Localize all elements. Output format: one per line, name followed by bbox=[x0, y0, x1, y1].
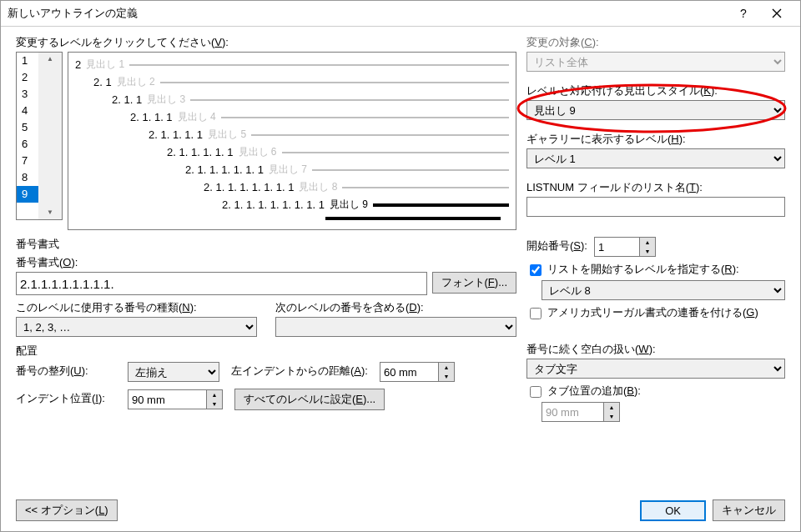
restart-list-after-label: リストを開始するレベルを指定する(R): bbox=[547, 262, 739, 277]
link-level-to-style-label: レベルと対応付ける見出しスタイル(K): bbox=[526, 83, 785, 98]
chevron-down-icon[interactable]: ▼ bbox=[640, 247, 655, 256]
options-button[interactable]: << オプション(L) bbox=[16, 499, 118, 521]
dialog-footer: << オプション(L) OK キャンセル bbox=[1, 489, 800, 531]
number-alignment-select[interactable]: 左揃え bbox=[128, 362, 219, 382]
start-at-input[interactable] bbox=[594, 237, 639, 257]
preview-row: 2. 1. 1. 1. 1. 1. 1. 1見出し 8 bbox=[204, 180, 509, 194]
number-alignment-label: 番号の整列(U): bbox=[16, 364, 116, 379]
restart-list-after-select[interactable]: レベル 8 bbox=[542, 280, 785, 300]
preview-line bbox=[312, 169, 509, 171]
preview-heading-label: 見出し 9 bbox=[330, 198, 368, 212]
link-level-to-style-select[interactable]: 見出し 9 bbox=[526, 100, 785, 120]
set-for-all-levels-button[interactable]: すべてのレベルに設定(E)... bbox=[234, 389, 385, 410]
chevron-up-icon: ▲ bbox=[43, 53, 57, 66]
preview-row: 2. 1見出し 2 bbox=[93, 75, 509, 89]
number-format-input[interactable] bbox=[16, 272, 427, 295]
preview-line bbox=[325, 217, 501, 220]
preview-number: 2 bbox=[75, 58, 81, 71]
preview-heading-label: 見出し 7 bbox=[269, 163, 307, 177]
position-section-label: 配置 bbox=[16, 344, 516, 359]
dialog-title: 新しいアウトラインの定義 bbox=[8, 6, 727, 21]
preview-heading-label: 見出し 5 bbox=[208, 128, 246, 142]
listnum-field-label: LISTNUM フィールドのリスト名(T): bbox=[526, 180, 785, 195]
preview-number: 2. 1. 1. 1. 1 bbox=[149, 128, 203, 141]
chevron-up-icon: ▲ bbox=[604, 403, 619, 412]
aligned-at-input[interactable] bbox=[380, 362, 438, 382]
add-tab-stop-checkbox[interactable] bbox=[530, 386, 542, 398]
gallery-level-label: ギャラリーに表示するレベル(H): bbox=[526, 132, 785, 147]
preview-heading-label: 見出し 3 bbox=[147, 93, 185, 107]
preview-number: 2. 1. 1 bbox=[112, 93, 142, 106]
tab-stop-spin: ▲▼ bbox=[542, 402, 785, 422]
preview-number: 2. 1. 1. 1. 1. 1. 1 bbox=[185, 163, 264, 176]
level-listbox[interactable]: 1 2 3 4 5 6 7 8 9 ▲ ▼ bbox=[16, 52, 63, 220]
indent-at-spin[interactable]: ▲▼ bbox=[128, 389, 223, 409]
close-button[interactable] bbox=[760, 2, 793, 25]
number-style-select[interactable]: 1, 2, 3, … bbox=[16, 317, 257, 337]
preview-line bbox=[282, 152, 509, 153]
chevron-down-icon[interactable]: ▼ bbox=[439, 372, 454, 381]
preview-heading-label: 見出し 2 bbox=[117, 75, 155, 89]
outline-preview: 2見出し 12. 1見出し 22. 1. 1見出し 32. 1. 1. 1見出し… bbox=[68, 52, 516, 230]
preview-line bbox=[221, 117, 509, 118]
level-list-scrollbar[interactable]: ▲ ▼ bbox=[38, 53, 62, 219]
chevron-down-icon: ▼ bbox=[43, 206, 57, 219]
legal-numbering-label: アメリカ式リーガル書式の連番を付ける(G) bbox=[547, 305, 758, 320]
preview-row: 2. 1. 1. 1見出し 4 bbox=[130, 110, 509, 124]
titlebar: 新しいアウトラインの定義 ? bbox=[1, 1, 800, 27]
preview-number: 2. 1. 1. 1. 1. 1. 1. 1. 1 bbox=[222, 198, 325, 211]
aligned-at-label: 左インデントからの距離(A): bbox=[231, 364, 368, 379]
preview-number: 2. 1. 1. 1 bbox=[130, 111, 173, 123]
preview-line bbox=[373, 203, 509, 207]
number-style-label: このレベルに使用する番号の種類(N): bbox=[16, 300, 257, 315]
number-format-section-label: 番号書式 bbox=[16, 237, 516, 252]
start-at-spin[interactable]: ▲▼ bbox=[594, 237, 656, 257]
chevron-up-icon[interactable]: ▲ bbox=[207, 390, 222, 399]
preview-row: 2. 1. 1. 1. 1. 1見出し 6 bbox=[167, 145, 509, 159]
aligned-at-spin[interactable]: ▲▼ bbox=[380, 362, 455, 382]
preview-heading-label: 見出し 1 bbox=[86, 58, 124, 72]
preview-line bbox=[342, 187, 509, 188]
indent-at-input[interactable] bbox=[128, 389, 206, 409]
chevron-down-icon: ▼ bbox=[604, 412, 619, 421]
include-level-select[interactable] bbox=[275, 317, 516, 337]
define-new-multilevel-list-dialog: 新しいアウトラインの定義 ? 変更するレベルをクリックしてください(V): 1 … bbox=[0, 0, 801, 532]
preview-row: 2. 1. 1. 1. 1. 1. 1見出し 7 bbox=[185, 163, 509, 177]
preview-line bbox=[160, 82, 509, 83]
preview-line bbox=[129, 64, 509, 66]
preview-number: 2. 1 bbox=[93, 76, 112, 88]
start-at-label: 開始番号(S): bbox=[526, 238, 587, 253]
preview-row: 2. 1. 1. 1. 1見出し 5 bbox=[149, 128, 509, 142]
preview-number: 2. 1. 1. 1. 1. 1 bbox=[167, 146, 234, 158]
preview-heading-label: 見出し 4 bbox=[178, 110, 216, 124]
chevron-up-icon[interactable]: ▲ bbox=[439, 363, 454, 372]
include-level-label: 次のレベルの番号を含める(D): bbox=[275, 300, 516, 315]
chevron-up-icon[interactable]: ▲ bbox=[640, 238, 655, 247]
preview-heading-label: 見出し 8 bbox=[299, 180, 337, 194]
preview-row: 2見出し 1 bbox=[75, 58, 509, 72]
tab-stop-input bbox=[542, 402, 603, 422]
follow-number-with-label: 番号に続く空白の扱い(W): bbox=[526, 342, 785, 357]
apply-changes-to-select: リスト全体 bbox=[526, 52, 785, 72]
listnum-field-input[interactable] bbox=[526, 197, 785, 217]
restart-list-after-checkbox[interactable] bbox=[530, 264, 542, 276]
indent-at-label: インデント位置(I): bbox=[16, 391, 116, 406]
level-prompt-label: 変更するレベルをクリックしてください(V): bbox=[16, 35, 516, 50]
help-button[interactable]: ? bbox=[727, 2, 760, 25]
apply-changes-to-label: 変更の対象(C): bbox=[526, 35, 785, 50]
preview-row: 2. 1. 1見出し 3 bbox=[112, 93, 509, 107]
number-format-label: 番号書式(O): bbox=[16, 255, 516, 270]
chevron-down-icon[interactable]: ▼ bbox=[207, 399, 222, 409]
follow-number-with-select[interactable]: タブ文字 bbox=[526, 359, 785, 379]
ok-button[interactable]: OK bbox=[640, 500, 706, 521]
gallery-level-select[interactable]: レベル 1 bbox=[526, 148, 785, 168]
add-tab-stop-label: タブ位置の追加(B): bbox=[547, 384, 641, 399]
preview-heading-label: 見出し 6 bbox=[239, 145, 277, 159]
font-button[interactable]: フォント(F)... bbox=[432, 272, 516, 294]
close-icon bbox=[772, 8, 782, 18]
legal-numbering-checkbox[interactable] bbox=[530, 308, 542, 319]
cancel-button[interactable]: キャンセル bbox=[713, 499, 785, 521]
preview-row: 2. 1. 1. 1. 1. 1. 1. 1. 1見出し 9 bbox=[222, 198, 509, 212]
preview-line bbox=[251, 134, 509, 136]
preview-line bbox=[190, 99, 509, 101]
